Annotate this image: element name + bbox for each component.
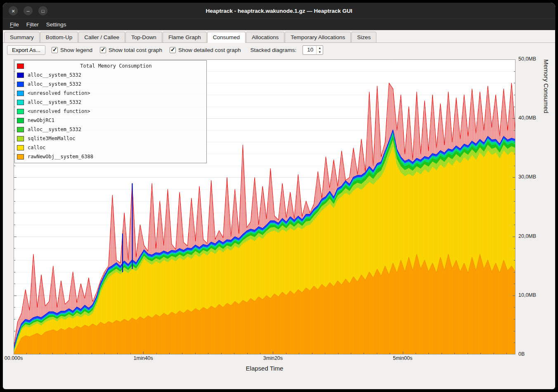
toolbar: Export As... Show legendShow total cost … (3, 43, 555, 57)
tab-top-down[interactable]: Top-Down (125, 32, 162, 43)
legend-item: <unresolved function> (17, 89, 204, 98)
legend-swatch (17, 82, 24, 87)
checkbox-label: Show total cost graph (109, 47, 162, 53)
menu-item-file[interactable]: File (6, 19, 23, 30)
legend-swatch (17, 127, 24, 132)
maximize-button[interactable] (38, 6, 47, 15)
checkbox-group: Show legendShow total cost graphShow det… (52, 47, 241, 53)
checkbox-label: Show legend (60, 47, 92, 53)
y-tick-label: 30,0MB (518, 174, 536, 180)
spin-down-button[interactable] (317, 50, 323, 54)
legend-swatch (17, 100, 24, 105)
tab-flame-graph[interactable]: Flame Graph (163, 32, 207, 43)
stacked-diagrams-value[interactable]: 10 (303, 46, 316, 54)
legend-swatch (17, 63, 24, 69)
x-tick-label: 1min40s (134, 355, 153, 361)
checkbox-show-total-cost-graph[interactable]: Show total cost graph (100, 47, 162, 53)
legend-label: alloc__system_5332 (28, 72, 81, 78)
menubar: FileFilterSettings (3, 19, 555, 30)
legend-item: calloc (17, 143, 204, 152)
legend-item: <unresolved function> (17, 107, 204, 116)
stacked-diagrams-spinbox[interactable]: 10 (303, 45, 323, 55)
minimize-button[interactable] (24, 6, 33, 15)
tab-consumed[interactable]: Consumed (207, 32, 246, 43)
x-tick-label: 5min00s (393, 355, 412, 361)
x-axis-title: Elapsed Time (14, 365, 515, 372)
tab-bottom-up[interactable]: Bottom-Up (40, 32, 78, 43)
spin-up-button[interactable] (317, 46, 323, 50)
legend-item: rawNewObj__system_6388 (17, 152, 204, 161)
x-tick-label: 3min20s (263, 355, 283, 361)
legend-swatch (17, 136, 24, 141)
stacked-diagrams-label: Stacked diagrams: (251, 47, 297, 53)
legend-label: <unresolved function> (28, 108, 90, 114)
x-tick-label: 00.000s (5, 355, 23, 361)
legend-swatch (17, 145, 24, 150)
tab-summary[interactable]: Summary (4, 32, 40, 43)
legend-item: alloc__system_5332 (17, 98, 204, 107)
x-axis-labels: 00.000s1min40s3min20s5min00s (14, 355, 515, 364)
legend-label: <unresolved function> (28, 90, 90, 96)
legend-label: alloc__system_5332 (28, 81, 81, 87)
legend-item: sqlite3MemMalloc (17, 134, 204, 143)
minimize-icon (26, 7, 29, 14)
tabbar: SummaryBottom-UpCaller / CalleeTop-DownF… (3, 30, 555, 43)
tab-allocations[interactable]: Allocations (246, 32, 284, 43)
menu-item-filter[interactable]: Filter (23, 19, 43, 30)
y-axis-title: Memory Consumed (543, 59, 550, 354)
checkbox-icon[interactable] (170, 47, 176, 53)
titlebar: Heaptrack - heaptrack.wakunode.1.gz — He… (3, 3, 555, 19)
y-tick-label: 20,0MB (518, 233, 536, 239)
checkbox-label: Show detailed cost graph (178, 47, 241, 53)
window-controls (9, 6, 47, 15)
plot-area: Total Memory Consumptionalloc__system_53… (14, 59, 515, 354)
y-axis: Memory Consumed 0B10,0MB20,0MB30,0MB40,0… (515, 59, 555, 354)
close-icon (11, 7, 15, 14)
tab-caller-callee[interactable]: Caller / Callee (78, 32, 125, 43)
legend-item: alloc__system_5332 (17, 70, 204, 80)
legend-title: Total Memory Consumption (28, 63, 204, 69)
checkbox-show-legend[interactable]: Show legend (52, 47, 92, 53)
y-tick-label: 10,0MB (518, 292, 536, 298)
legend-title-row: Total Memory Consumption (17, 61, 204, 70)
chart-area: Total Memory Consumptionalloc__system_53… (3, 57, 555, 389)
legend-swatch (17, 154, 24, 160)
plot-row: Total Memory Consumptionalloc__system_53… (14, 59, 555, 354)
legend-label: alloc__system_5332 (28, 127, 81, 132)
legend-label: rawNewObj__system_6388 (28, 154, 93, 160)
tab-temporary-allocations[interactable]: Temporary Allocations (285, 32, 351, 43)
legend-label: alloc__system_5332 (28, 99, 81, 105)
legend-item: alloc__system_5332 (17, 80, 204, 89)
y-tick-label: 40,0MB (518, 115, 536, 121)
tab-sizes[interactable]: Sizes (351, 32, 376, 43)
checkbox-icon[interactable] (100, 47, 106, 53)
maximize-icon (42, 7, 45, 14)
y-tick-label: 0B (518, 351, 525, 357)
legend-label: newObjRC1 (28, 117, 54, 123)
legend-swatch (17, 118, 24, 123)
checkbox-show-detailed-cost-graph[interactable]: Show detailed cost graph (170, 47, 241, 53)
legend-label: sqlite3MemMalloc (28, 136, 76, 141)
y-tick-label: 50,0MB (518, 56, 536, 62)
legend-swatch (17, 109, 24, 114)
chart-legend: Total Memory Consumptionalloc__system_53… (14, 60, 207, 163)
menu-item-settings[interactable]: Settings (43, 19, 70, 30)
legend-swatch (17, 73, 24, 78)
window-title: Heaptrack - heaptrack.wakunode.1.gz — He… (3, 8, 555, 14)
legend-label: calloc (28, 145, 45, 150)
legend-item: newObjRC1 (17, 116, 204, 125)
checkbox-icon[interactable] (52, 47, 58, 53)
legend-item: alloc__system_5332 (17, 125, 204, 134)
legend-swatch (17, 91, 24, 96)
export-as-button[interactable]: Export As... (7, 45, 45, 55)
app-window: Heaptrack - heaptrack.wakunode.1.gz — He… (3, 3, 555, 389)
spinbox-buttons (316, 46, 323, 54)
close-button[interactable] (9, 6, 18, 15)
